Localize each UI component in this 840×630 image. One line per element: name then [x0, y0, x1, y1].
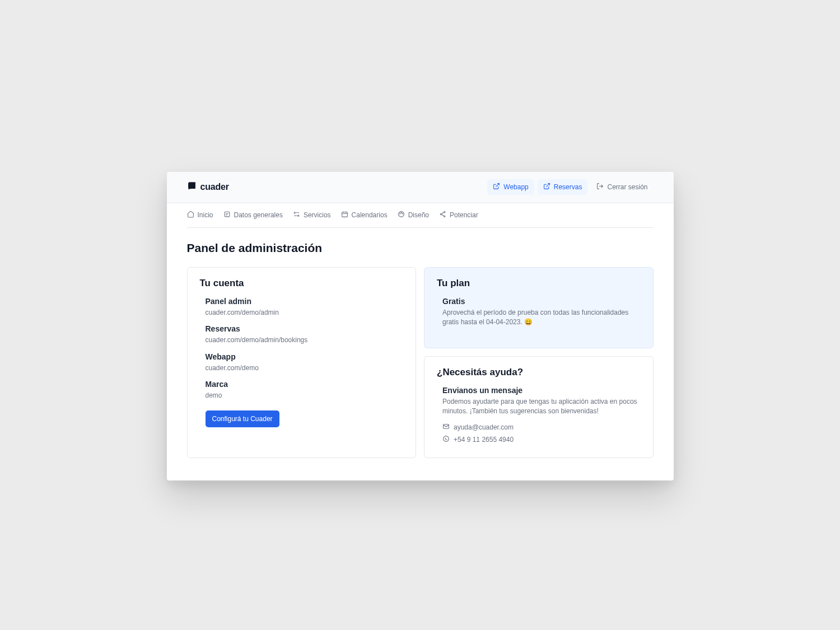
external-link-icon — [543, 183, 550, 192]
whatsapp-icon — [442, 435, 450, 444]
plan-desc: Aprovechá el período de prueba con todas… — [442, 308, 641, 328]
topbar: cuader Webapp Reservas Cerrar sesión — [167, 172, 674, 203]
card-title: ¿Necesitás ayuda? — [437, 367, 641, 378]
card-tu-plan: Tu plan Gratis Aprovechá el período de p… — [424, 267, 654, 348]
help-email-text: ayuda@cuader.com — [454, 423, 514, 431]
calendar-icon — [341, 211, 348, 220]
item-label: Webapp — [206, 352, 404, 361]
configure-button[interactable]: Configurá tu Cuader — [206, 410, 279, 427]
home-icon — [187, 211, 194, 220]
tab-label: Diseño — [408, 211, 429, 219]
book-icon — [187, 181, 197, 193]
help-item: Envianos un mensaje Podemos ayudarte par… — [442, 386, 641, 417]
palette-icon — [398, 211, 405, 220]
webapp-link-label: Webapp — [503, 183, 528, 191]
sliders-icon — [293, 211, 300, 220]
tab-servicios[interactable]: Servicios — [293, 211, 331, 220]
reservas-link[interactable]: Reservas — [538, 179, 588, 195]
svg-point-12 — [444, 436, 449, 442]
svg-point-5 — [399, 213, 400, 214]
tab-label: Servicios — [304, 211, 331, 219]
brand-text: cuader — [200, 182, 229, 192]
item-label: Marca — [206, 380, 404, 389]
item-value: demo — [206, 391, 404, 400]
account-item-webapp: Webapp cuader.com/demo — [206, 352, 404, 373]
app-window: cuader Webapp Reservas Cerrar sesión — [167, 172, 674, 481]
item-label: Panel admin — [206, 297, 404, 306]
external-link-icon — [493, 183, 500, 192]
svg-rect-3 — [342, 212, 347, 217]
help-desc: Podemos ayudarte para que tengas tu apli… — [442, 397, 641, 417]
tab-diseno[interactable]: Diseño — [398, 211, 429, 220]
tab-label: Calendarios — [352, 211, 388, 219]
logout-link-label: Cerrar sesión — [607, 183, 647, 191]
help-email[interactable]: ayuda@cuader.com — [442, 423, 641, 432]
plan-item: Gratis Aprovechá el período de prueba co… — [442, 297, 641, 328]
svg-point-10 — [444, 216, 445, 217]
item-url[interactable]: cuader.com/demo — [206, 363, 404, 373]
tab-label: Datos generales — [234, 211, 283, 219]
item-url[interactable]: cuader.com/demo/admin/bookings — [206, 335, 404, 345]
tabs: Inicio Datos generales Servicios Calenda… — [167, 203, 674, 228]
reservas-link-label: Reservas — [554, 183, 582, 191]
logout-link[interactable]: Cerrar sesión — [591, 179, 653, 195]
account-item-reservas: Reservas cuader.com/demo/admin/bookings — [206, 324, 404, 345]
tab-label: Potenciar — [450, 211, 478, 219]
svg-point-9 — [440, 214, 441, 215]
item-url[interactable]: cuader.com/demo/admin — [206, 308, 404, 318]
webapp-link[interactable]: Webapp — [487, 179, 534, 195]
svg-point-6 — [401, 212, 402, 213]
tab-calendarios[interactable]: Calendarios — [341, 211, 388, 220]
tab-label: Inicio — [198, 211, 213, 219]
share-icon — [439, 211, 446, 220]
help-phone-text: +54 9 11 2655 4940 — [454, 436, 514, 444]
card-title: Tu plan — [437, 278, 641, 289]
help-heading: Envianos un mensaje — [442, 386, 641, 395]
form-icon — [223, 211, 231, 220]
tab-datos-generales[interactable]: Datos generales — [223, 211, 283, 220]
help-phone[interactable]: +54 9 11 2655 4940 — [442, 435, 641, 444]
account-item-marca: Marca demo — [206, 380, 404, 400]
svg-point-7 — [402, 213, 403, 214]
mail-icon — [442, 423, 450, 432]
card-tu-cuenta: Tu cuenta Panel admin cuader.com/demo/ad… — [187, 267, 417, 459]
logout-icon — [596, 183, 604, 192]
account-item-panel: Panel admin cuader.com/demo/admin — [206, 297, 404, 318]
tab-potenciar[interactable]: Potenciar — [439, 211, 478, 220]
svg-point-1 — [294, 212, 295, 213]
svg-point-8 — [444, 212, 445, 213]
svg-rect-0 — [225, 212, 230, 217]
card-title: Tu cuenta — [200, 278, 404, 289]
svg-point-2 — [298, 215, 299, 216]
page-content: Panel de administración Tu cuenta Panel … — [167, 228, 674, 481]
top-actions: Webapp Reservas Cerrar sesión — [487, 179, 653, 195]
card-ayuda: ¿Necesitás ayuda? Envianos un mensaje Po… — [424, 356, 654, 459]
item-label: Reservas — [206, 324, 404, 333]
brand[interactable]: cuader — [187, 181, 229, 193]
tab-inicio[interactable]: Inicio — [187, 211, 213, 220]
plan-name: Gratis — [442, 297, 641, 306]
page-title: Panel de administración — [187, 241, 654, 255]
